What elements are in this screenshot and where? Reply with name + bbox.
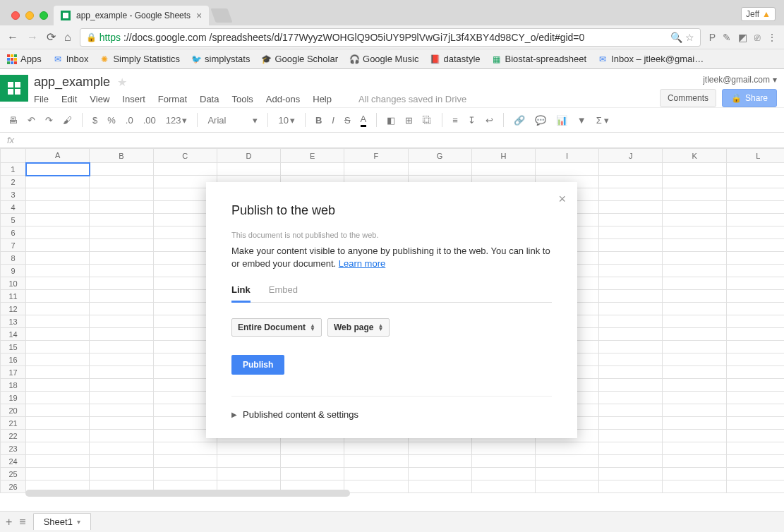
publish-scope-dropdown[interactable]: Entire Document ▲▼ <box>231 318 322 337</box>
dialog-description: Make your content visible to anyone by p… <box>231 245 552 270</box>
updown-icon: ▲▼ <box>378 324 383 331</box>
publish-button[interactable]: Publish <box>231 355 284 375</box>
close-dialog-icon[interactable]: × <box>558 192 566 207</box>
publish-format-dropdown[interactable]: Web page ▲▼ <box>327 318 390 337</box>
publish-dialog: × Publish to the web This document is no… <box>206 182 577 438</box>
tab-link[interactable]: Link <box>231 284 251 303</box>
triangle-right-icon: ▶ <box>231 411 237 418</box>
learn-more-link[interactable]: Learn more <box>339 258 385 269</box>
published-settings-expander[interactable]: ▶ Published content & settings <box>231 409 552 420</box>
tab-embed[interactable]: Embed <box>269 284 298 302</box>
updown-icon: ▲▼ <box>310 324 315 331</box>
dialog-title: Publish to the web <box>231 203 552 218</box>
publish-status: This document is not published to the we… <box>231 231 552 239</box>
